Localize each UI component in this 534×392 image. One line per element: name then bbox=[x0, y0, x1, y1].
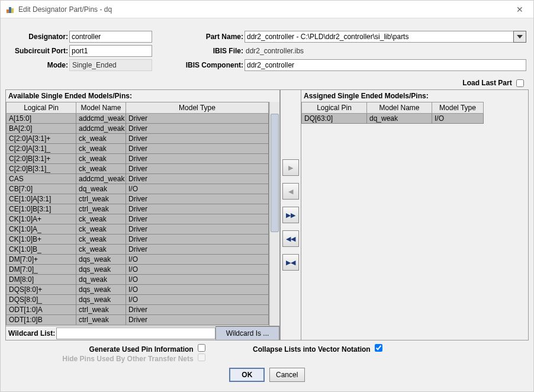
table-row[interactable]: A[15:0]addcmd_weakDriver bbox=[7, 114, 269, 124]
move-right-button[interactable]: ▶ bbox=[282, 159, 299, 176]
table-row[interactable]: CASaddcmd_weakDriver bbox=[7, 174, 269, 184]
table-row[interactable]: DQS[8:0]+dqs_weakI/O bbox=[7, 285, 269, 295]
load-last-label: Load Last Part bbox=[462, 79, 512, 87]
table-row[interactable]: BA[2:0]addcmd_weakDriver bbox=[7, 124, 269, 134]
table-cell: addcmd_weak bbox=[76, 114, 126, 124]
close-icon[interactable]: ✕ bbox=[511, 5, 529, 14]
table-row[interactable]: DQ[63:0]dq_weakI/O bbox=[302, 114, 484, 124]
wildcard-input[interactable] bbox=[56, 327, 215, 339]
col-logical-pin[interactable]: Logical Pin bbox=[302, 102, 367, 114]
ibis-file-value: ddr2_controller.ibs bbox=[245, 45, 304, 57]
ibis-file-label: IBIS File: bbox=[185, 47, 243, 55]
part-name-combo[interactable] bbox=[245, 31, 526, 43]
table-row[interactable]: C[2:0]B[3:1]_ck_weakDriver bbox=[7, 164, 269, 174]
table-row[interactable]: DM[8:0]dq_weakI/O bbox=[7, 275, 269, 285]
subcircuit-port-input[interactable] bbox=[69, 45, 152, 57]
table-cell: Driver bbox=[126, 214, 269, 224]
wildcard-row: Wildcard List: Wildcard Is ... bbox=[6, 326, 279, 340]
col-model-name[interactable]: Model Name bbox=[367, 102, 432, 114]
table-cell: Driver bbox=[126, 305, 269, 315]
table-row[interactable]: ODT[1:0]Bctrl_weakDriver bbox=[7, 315, 269, 325]
table-row[interactable]: CK[1:0]B+ck_weakDriver bbox=[7, 234, 269, 245]
table-cell: ctrl_weak bbox=[76, 315, 126, 325]
ok-button[interactable]: OK bbox=[229, 368, 265, 382]
hide-pins-checkbox bbox=[198, 354, 205, 361]
table-row[interactable]: CB[7:0]dq_weakI/O bbox=[7, 184, 269, 194]
table-cell: Driver bbox=[126, 124, 269, 134]
designator-input[interactable] bbox=[69, 31, 152, 43]
triangle-left-icon: ◀ bbox=[288, 188, 293, 195]
table-row[interactable]: CK[1:0]A+ck_weakDriver bbox=[7, 214, 269, 224]
table-cell: Driver bbox=[126, 234, 269, 245]
table-row[interactable]: C[2:0]A[3:1]_ck_weakDriver bbox=[7, 144, 269, 154]
table-cell: CK[1:0]B_ bbox=[7, 245, 76, 255]
table-row[interactable]: C[2:0]B[3:1]+ck_weakDriver bbox=[7, 154, 269, 164]
ibis-component-input[interactable] bbox=[245, 59, 526, 71]
mode-label: Mode: bbox=[8, 61, 68, 69]
double-arrow-right-icon: ▶▶ bbox=[286, 211, 295, 219]
svg-rect-1 bbox=[9, 7, 11, 13]
table-cell: dq_weak bbox=[76, 275, 126, 285]
table-cell: C[2:0]A[3:1]+ bbox=[7, 134, 76, 144]
table-row[interactable]: CK[1:0]B_ck_weakDriver bbox=[7, 245, 269, 255]
table-cell: addcmd_weak bbox=[76, 174, 126, 184]
col-model-name[interactable]: Model Name bbox=[76, 102, 126, 114]
table-cell: CE[1:0]B[3:1] bbox=[7, 204, 76, 214]
table-cell: I/O bbox=[126, 275, 269, 285]
table-row[interactable]: DM[7:0]_dqs_weakI/O bbox=[7, 265, 269, 275]
table-row[interactable]: C[2:0]A[3:1]+ck_weakDriver bbox=[7, 134, 269, 144]
part-name-label: Part Name: bbox=[185, 33, 243, 41]
table-cell: DM[7:0]+ bbox=[7, 255, 76, 265]
assigned-title: Assigned Single Ended Models/Pins: bbox=[301, 90, 528, 102]
mode-value: Single_Ended bbox=[69, 59, 152, 71]
wildcard-button[interactable]: Wildcard Is ... bbox=[215, 326, 279, 340]
table-cell: ODT[1:0]A bbox=[7, 305, 76, 315]
table-row[interactable]: ODT[1:0]Actrl_weakDriver bbox=[7, 305, 269, 315]
bottom-options: Generate Used Pin Information Hide Pins … bbox=[5, 340, 529, 364]
app-icon bbox=[5, 5, 15, 14]
table-row[interactable]: DM[7:0]+dqs_weakI/O bbox=[7, 255, 269, 265]
available-scrollbar[interactable] bbox=[269, 102, 279, 326]
main-area: Available Single Ended Models/Pins: Logi… bbox=[5, 89, 529, 340]
col-model-type[interactable]: Model Type bbox=[432, 102, 484, 114]
table-cell: Driver bbox=[126, 144, 269, 154]
table-cell: ck_weak bbox=[76, 164, 126, 174]
move-all-left-button[interactable]: ◀◀ bbox=[282, 230, 299, 247]
table-cell: DQ[63:0] bbox=[302, 114, 367, 124]
available-pane: Available Single Ended Models/Pins: Logi… bbox=[6, 90, 280, 340]
table-row[interactable]: CE[1:0]B[3:1]ctrl_weakDriver bbox=[7, 204, 269, 214]
wildcard-label: Wildcard List: bbox=[6, 329, 56, 338]
table-cell: ctrl_weak bbox=[76, 204, 126, 214]
col-model-type[interactable]: Model Type bbox=[126, 102, 269, 114]
table-cell: ck_weak bbox=[76, 234, 126, 245]
swap-button[interactable]: ▶◀ bbox=[282, 254, 299, 271]
table-cell: Driver bbox=[126, 315, 269, 325]
available-title: Available Single Ended Models/Pins: bbox=[6, 90, 279, 102]
table-row[interactable]: DQS[8:0]_dqs_weakI/O bbox=[7, 295, 269, 305]
dialog-window: Edit Designator Part/Pins - dq ✕ Designa… bbox=[0, 0, 534, 392]
table-cell: DQS[8:0]+ bbox=[7, 285, 76, 295]
move-all-right-button[interactable]: ▶▶ bbox=[282, 207, 299, 223]
assigned-pane: Assigned Single Ended Models/Pins: Logic… bbox=[301, 90, 528, 340]
available-table[interactable]: Logical Pin Model Name Model Type A[15:0… bbox=[6, 102, 269, 325]
table-cell: ck_weak bbox=[76, 144, 126, 154]
col-logical-pin[interactable]: Logical Pin bbox=[7, 102, 76, 114]
table-cell: DM[7:0]_ bbox=[7, 265, 76, 275]
table-row[interactable]: CE[1:0]A[3:1]ctrl_weakDriver bbox=[7, 194, 269, 204]
part-name-dropdown-button[interactable] bbox=[513, 31, 526, 43]
gen-used-checkbox[interactable] bbox=[198, 344, 205, 352]
table-cell: ck_weak bbox=[76, 224, 126, 234]
cancel-button[interactable]: Cancel bbox=[269, 368, 305, 382]
scrollbar-thumb[interactable] bbox=[271, 114, 279, 232]
table-row[interactable]: CK[1:0]A_ck_weakDriver bbox=[7, 224, 269, 234]
table-cell: ck_weak bbox=[76, 245, 126, 255]
table-cell: dqs_weak bbox=[76, 255, 126, 265]
table-cell: I/O bbox=[126, 265, 269, 275]
move-left-button[interactable]: ◀ bbox=[282, 183, 299, 200]
table-cell: CK[1:0]A+ bbox=[7, 214, 76, 224]
table-cell: ctrl_weak bbox=[76, 194, 126, 204]
collapse-vec-checkbox[interactable] bbox=[375, 344, 382, 352]
assigned-table[interactable]: Logical Pin Model Name Model Type DQ[63:… bbox=[301, 102, 484, 124]
load-last-checkbox[interactable] bbox=[516, 79, 524, 87]
part-name-input[interactable] bbox=[245, 31, 513, 43]
